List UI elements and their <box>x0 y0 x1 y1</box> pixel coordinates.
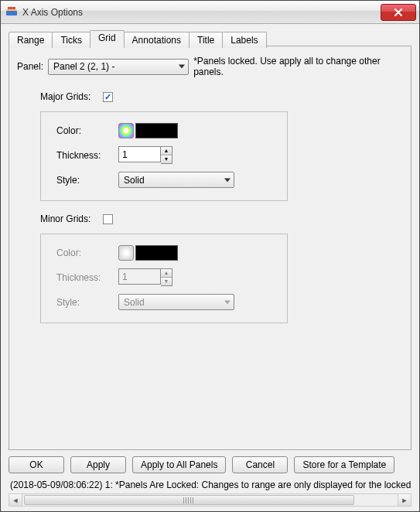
status-message: (2018-05-09/08:06:22) 1: *Panels Are Loc… <box>9 480 411 490</box>
apply-all-button[interactable]: Apply to All Panels <box>132 456 226 473</box>
minor-style-select: Solid <box>118 294 234 310</box>
spinner-up-icon: ▲ <box>161 269 172 278</box>
minor-color-label: Color: <box>56 247 118 258</box>
close-button[interactable] <box>381 4 416 21</box>
minor-grids-row: Minor Grids: <box>40 213 403 224</box>
tab-panel-grid: Panel: Panel 2 (2, 1) - *Panels locked. … <box>9 46 411 450</box>
app-icon <box>5 6 18 19</box>
svg-rect-1 <box>6 9 17 11</box>
svg-rect-0 <box>6 11 17 15</box>
major-color-picker[interactable] <box>118 123 134 138</box>
major-thickness-spinner[interactable]: ▲ ▼ <box>161 146 172 164</box>
spinner-down-icon[interactable]: ▼ <box>161 155 172 164</box>
major-color-swatch[interactable] <box>135 123 178 138</box>
panel-select-value: Panel 2 (2, 1) - <box>53 61 114 72</box>
tab-annotations[interactable]: Annotations <box>124 32 190 48</box>
window-title: X Axis Options <box>22 7 381 18</box>
minor-thickness-spinner: ▲ ▼ <box>161 268 172 286</box>
dialog-window: X Axis Options Range Ticks Grid Annotati… <box>0 0 420 512</box>
tab-bar: Range Ticks Grid Annotations Title Label… <box>9 30 411 46</box>
major-grids-group: Color: Thickness: ▲ ▼ <box>40 111 288 201</box>
titlebar: X Axis Options <box>1 1 419 24</box>
chevron-down-icon <box>224 178 230 182</box>
major-style-select[interactable]: Solid <box>118 172 234 188</box>
status-scrollbar[interactable]: ◄ ► <box>9 493 411 507</box>
tab-ticks[interactable]: Ticks <box>52 32 90 48</box>
ok-button[interactable]: OK <box>9 456 64 473</box>
tab-grid[interactable]: Grid <box>90 30 125 46</box>
major-grids-label: Major Grids: <box>40 91 90 102</box>
minor-color-swatch <box>135 245 178 261</box>
scroll-right-button[interactable]: ► <box>398 494 411 506</box>
panel-selector-row: Panel: Panel 2 (2, 1) - *Panels locked. … <box>17 56 403 77</box>
scroll-left-button[interactable]: ◄ <box>9 494 22 506</box>
chevron-down-icon <box>224 300 230 304</box>
store-template-button[interactable]: Store for a Template <box>294 456 394 473</box>
minor-color-picker <box>118 245 134 261</box>
svg-rect-2 <box>8 7 15 9</box>
tab-range[interactable]: Range <box>9 32 53 48</box>
button-row: OK Apply Apply to All Panels Cancel Stor… <box>9 450 411 478</box>
minor-style-value: Solid <box>124 297 145 308</box>
major-grids-row: Major Grids: <box>40 91 403 102</box>
minor-style-label: Style: <box>56 297 118 308</box>
scroll-thumb[interactable] <box>24 495 354 505</box>
major-thickness-input[interactable] <box>118 146 161 162</box>
panel-select[interactable]: Panel 2 (2, 1) - <box>48 59 189 75</box>
tab-title[interactable]: Title <box>189 32 223 48</box>
major-style-label: Style: <box>56 175 118 186</box>
minor-thickness-input <box>118 268 161 285</box>
content-area: Range Ticks Grid Annotations Title Label… <box>1 24 419 511</box>
minor-grids-group: Color: Thickness: ▲ ▼ <box>40 234 288 323</box>
status-area: (2018-05-09/08:06:22) 1: *Panels Are Loc… <box>9 478 411 507</box>
spinner-up-icon[interactable]: ▲ <box>161 147 172 155</box>
minor-grids-label: Minor Grids: <box>40 213 90 224</box>
panel-label: Panel: <box>17 61 43 72</box>
chevron-down-icon <box>179 65 185 69</box>
minor-thickness-label: Thickness: <box>56 272 118 283</box>
tab-labels[interactable]: Labels <box>222 32 266 48</box>
scroll-track[interactable] <box>22 494 398 506</box>
panel-locked-hint: *Panels locked. Use apply all to change … <box>193 56 403 77</box>
major-thickness-label: Thickness: <box>56 150 118 161</box>
minor-grids-checkbox[interactable] <box>103 214 113 224</box>
spinner-down-icon: ▼ <box>161 278 172 286</box>
major-grids-checkbox[interactable] <box>103 92 113 102</box>
major-style-value: Solid <box>124 175 145 186</box>
cancel-button[interactable]: Cancel <box>232 456 288 473</box>
major-color-label: Color: <box>56 125 118 136</box>
apply-button[interactable]: Apply <box>70 456 126 473</box>
